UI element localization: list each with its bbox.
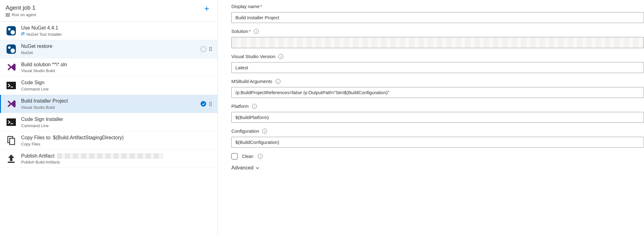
enabled-check-icon[interactable]	[201, 101, 206, 107]
task-subtitle: Copy Files	[21, 142, 212, 146]
publish-icon	[6, 153, 17, 164]
task-details-panel: Display name* Solution* i Visual Studio …	[218, 0, 644, 235]
copy-icon	[6, 135, 17, 146]
task-title: Build Installer Project	[21, 98, 201, 104]
task-subtitle: Command Line	[21, 123, 212, 128]
task-subtitle: Visual Studio Build	[21, 68, 212, 73]
display-name-label: Display name*	[231, 4, 644, 9]
flag-icon	[21, 32, 25, 36]
agent-job-header[interactable]: Agent job 1 Run on agent +	[0, 0, 217, 22]
redacted-text	[57, 153, 163, 159]
info-icon[interactable]: i	[254, 29, 259, 34]
vs-version-input[interactable]	[231, 62, 644, 73]
vs-icon	[6, 62, 17, 73]
platform-label: Platform i	[231, 104, 644, 109]
task-row[interactable]: Publish Artifact: Publish Build Artifact…	[0, 150, 217, 168]
svg-rect-2	[6, 16, 10, 16]
task-list: Use NuGet 4.4.1NuGet Tool InstallerNuGet…	[0, 22, 217, 235]
task-title: Build solution **\*.sln	[21, 62, 212, 68]
svg-rect-0	[6, 13, 10, 14]
svg-point-5	[11, 30, 15, 35]
clean-label: Clean	[242, 154, 253, 159]
svg-point-7	[8, 46, 11, 49]
enable-toggle[interactable]	[201, 46, 206, 52]
svg-rect-6	[7, 44, 16, 54]
cmd-icon	[6, 117, 17, 128]
task-list-panel: Agent job 1 Run on agent + Use NuGet 4.4…	[0, 0, 218, 235]
solution-label: Solution* i	[231, 29, 644, 34]
info-icon[interactable]: i	[262, 129, 267, 134]
task-title: NuGet restore	[21, 43, 201, 50]
nuget-icon	[6, 25, 17, 36]
run-on-agent-icon	[6, 13, 10, 17]
task-title: Copy Files to: $(Build.ArtifactStagingDi…	[21, 135, 212, 141]
display-name-input[interactable]	[231, 12, 644, 23]
svg-rect-11	[7, 118, 16, 126]
task-row[interactable]: Use NuGet 4.4.1NuGet Tool Installer	[0, 22, 217, 40]
drag-handle[interactable]	[209, 47, 212, 51]
vs-icon	[6, 98, 17, 109]
svg-rect-1	[6, 15, 10, 15]
msbuild-args-label: MSBuild Arguments i	[231, 79, 644, 84]
chevron-down-icon	[255, 166, 260, 170]
task-title: Publish Artifact:	[21, 153, 212, 159]
svg-rect-15	[8, 162, 15, 163]
task-title: Code Sign	[21, 80, 212, 86]
agent-job-title: Agent job 1	[6, 4, 202, 11]
clean-checkbox[interactable]	[231, 153, 238, 159]
info-icon[interactable]: i	[258, 154, 263, 159]
agent-job-subtitle: Run on agent	[6, 12, 202, 17]
info-icon[interactable]: i	[278, 54, 283, 59]
cmd-icon	[6, 80, 17, 91]
svg-point-4	[8, 28, 11, 30]
solution-input[interactable]	[231, 37, 644, 48]
platform-input[interactable]	[231, 112, 644, 123]
configuration-input[interactable]	[231, 137, 644, 148]
task-row[interactable]: Code Sign InstallerCommand Line	[0, 113, 217, 131]
task-title: Use NuGet 4.4.1	[21, 25, 212, 31]
info-icon[interactable]: i	[252, 104, 257, 109]
add-task-button[interactable]: +	[202, 4, 212, 13]
info-icon[interactable]: i	[276, 79, 280, 84]
svg-rect-3	[7, 26, 16, 35]
drag-handle[interactable]	[209, 102, 212, 106]
task-subtitle: Command Line	[21, 87, 212, 91]
msbuild-args-input[interactable]	[231, 87, 644, 98]
task-subtitle: NuGet	[21, 50, 201, 55]
svg-rect-14	[10, 138, 15, 145]
task-subtitle: Visual Studio Build	[21, 105, 201, 110]
task-row[interactable]: Code SignCommand Line	[0, 76, 217, 95]
task-row[interactable]: NuGet restoreNuGet	[0, 40, 217, 58]
task-row[interactable]: Build solution **\*.slnVisual Studio Bui…	[0, 58, 217, 77]
task-subtitle: Publish Build Artifacts	[21, 160, 212, 164]
svg-rect-9	[7, 82, 16, 89]
task-subtitle: NuGet Tool Installer	[21, 32, 212, 37]
advanced-section-toggle[interactable]: Advanced	[231, 165, 644, 171]
svg-point-8	[11, 48, 15, 53]
task-title: Code Sign Installer	[21, 116, 212, 123]
clean-checkbox-row[interactable]: Clean i	[231, 153, 644, 159]
nuget-icon	[6, 44, 17, 55]
task-row[interactable]: Build Installer ProjectVisual Studio Bui…	[0, 95, 217, 113]
task-row[interactable]: Copy Files to: $(Build.ArtifactStagingDi…	[0, 131, 217, 150]
vs-version-label: Visual Studio Version i	[231, 54, 644, 59]
configuration-label: Configuration i	[231, 128, 644, 134]
